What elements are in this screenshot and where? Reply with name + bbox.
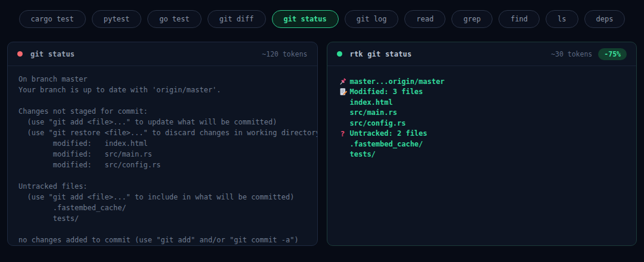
- tab-pytest[interactable]: pytest: [92, 10, 141, 28]
- right-panel-header: rtk git status ~30 tokens -75%: [327, 42, 637, 66]
- tab-go-test[interactable]: go test: [147, 10, 202, 28]
- question-icon: ?: [336, 130, 350, 138]
- rtk-output-line: src/main.rs: [336, 108, 626, 118]
- rtk-output-line: index.html: [336, 97, 626, 108]
- left-panel-title: git status: [30, 50, 75, 58]
- tab-cargo-test[interactable]: cargo test: [19, 10, 86, 28]
- pushpin-icon: [336, 77, 350, 86]
- left-token-count: ~120 tokens: [262, 50, 307, 58]
- rtk-git-status-output: master...origin/masterModified: 3 filesi…: [327, 66, 637, 168]
- tab-bar: cargo testpytestgo testgit diffgit statu…: [0, 10, 644, 28]
- rtk-output-line: .fastembed_cache/: [336, 139, 626, 149]
- rtk-line-text: master...origin/master: [350, 77, 445, 86]
- git-status-output: On branch master Your branch is up to da…: [8, 66, 317, 245]
- panel-git-status: git status ~120 tokens On branch master …: [7, 42, 318, 246]
- tab-git-log[interactable]: git log: [345, 10, 399, 28]
- tab-git-diff[interactable]: git diff: [208, 10, 266, 28]
- rtk-output-line: tests/: [336, 149, 626, 160]
- token-savings-badge: -75%: [598, 48, 627, 60]
- rtk-line-text: Untracked: 2 files: [350, 129, 428, 138]
- right-panel-title: rtk git status: [350, 50, 412, 58]
- rtk-line-text: .fastembed_cache/: [350, 140, 423, 148]
- red-status-dot-icon: [17, 51, 23, 57]
- green-status-dot-icon: [337, 51, 342, 57]
- rtk-output-line: Modified: 3 files: [336, 87, 626, 98]
- rtk-line-text: src/main.rs: [350, 108, 397, 117]
- tab-deps[interactable]: deps: [584, 10, 626, 28]
- tab-ls[interactable]: ls: [546, 10, 578, 28]
- rtk-line-text: Modified: 3 files: [350, 88, 423, 96]
- left-panel-header: git status ~120 tokens: [8, 42, 317, 66]
- comparison-panels: git status ~120 tokens On branch master …: [7, 42, 637, 246]
- right-token-count: ~30 tokens: [551, 50, 592, 58]
- tab-grep[interactable]: grep: [451, 10, 493, 28]
- rtk-output-line: src/config.rs: [336, 118, 626, 129]
- tab-find[interactable]: find: [499, 10, 540, 28]
- rtk-output-line: master...origin/master: [336, 76, 626, 87]
- memo-icon: [336, 88, 350, 96]
- rtk-comparison-page: cargo testpytestgo testgit diffgit statu…: [0, 0, 644, 262]
- rtk-output-line: ?Untracked: 2 files: [336, 129, 626, 139]
- rtk-line-text: tests/: [350, 150, 376, 158]
- tab-git-status[interactable]: git status: [272, 10, 339, 28]
- tab-read[interactable]: read: [404, 10, 445, 28]
- panel-rtk-git-status: rtk git status ~30 tokens -75% master...…: [327, 42, 637, 246]
- rtk-line-text: src/config.rs: [350, 119, 406, 127]
- rtk-line-text: index.html: [350, 98, 393, 107]
